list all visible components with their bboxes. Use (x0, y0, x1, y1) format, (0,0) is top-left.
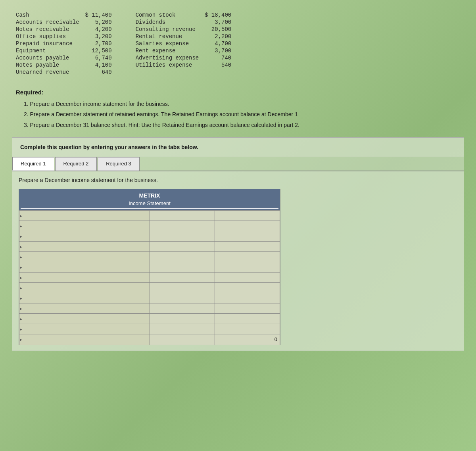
row12-col2-input[interactable] (152, 326, 212, 332)
row8-col3-input[interactable] (217, 285, 277, 291)
table-cell-label[interactable] (19, 273, 150, 283)
table-cell-col3[interactable] (215, 324, 280, 334)
table-cell-col2[interactable] (150, 324, 215, 334)
table-cell-col2[interactable] (150, 314, 215, 324)
table-cell-col3[interactable] (215, 293, 280, 303)
row11-label-input[interactable] (22, 316, 147, 322)
pi-value: 2,700 (84, 40, 112, 47)
row1-label-input[interactable] (22, 213, 147, 219)
table-cell-label[interactable] (19, 303, 150, 314)
table-cell-col3[interactable] (215, 242, 280, 252)
table-cell-col3[interactable] (215, 262, 280, 273)
cash-value: $ 11,400 (84, 12, 112, 18)
data-row: Common stock $ 18,400 (136, 12, 232, 18)
data-row: Office supplies 3,200 (16, 33, 112, 40)
right-data-column: Common stock $ 18,400 Dividends 3,700 Co… (136, 12, 232, 75)
row6-col2-input[interactable] (152, 265, 212, 271)
table-cell-label[interactable] (19, 293, 150, 303)
row1-col3-input[interactable] (217, 213, 277, 219)
table-cell-col2[interactable] (150, 273, 215, 283)
row1-col2-input[interactable] (152, 213, 212, 219)
table-cell-label[interactable] (19, 262, 150, 273)
table-row (19, 252, 280, 262)
row13-col2-input[interactable] (152, 337, 212, 343)
row11-col3-input[interactable] (217, 316, 277, 322)
row4-col3-input[interactable] (217, 244, 277, 250)
tab-required1[interactable]: Required 1 (12, 157, 54, 171)
table-cell-label[interactable] (19, 242, 150, 252)
table-cell-col3[interactable] (215, 273, 280, 283)
row10-label-input[interactable] (22, 306, 147, 312)
row7-label-input[interactable] (22, 275, 147, 281)
table-cell-col3[interactable] (215, 252, 280, 262)
cs-value: $ 18,400 (203, 12, 231, 18)
row11-col2-input[interactable] (152, 316, 212, 322)
row5-col2-input[interactable] (152, 254, 212, 260)
table-cell-col3[interactable] (215, 231, 280, 242)
company-name: METRIX (21, 192, 278, 199)
ur-value: 640 (84, 69, 112, 75)
table-cell-col2[interactable] (150, 221, 215, 231)
table-cell-label[interactable] (19, 231, 150, 242)
data-row: Dividends 3,700 (136, 19, 232, 25)
row3-label-input[interactable] (22, 234, 147, 240)
row9-col3-input[interactable] (217, 296, 277, 301)
row8-label-input[interactable] (22, 285, 147, 291)
table-cell-col2[interactable] (150, 303, 215, 314)
table-cell-label[interactable] (19, 334, 150, 345)
row12-label-input[interactable] (22, 326, 147, 332)
table-cell-col2[interactable] (150, 283, 215, 293)
table-cell-col2[interactable] (150, 293, 215, 303)
table-cell-col2[interactable] (150, 231, 215, 242)
row10-col2-input[interactable] (152, 306, 212, 312)
row6-label-input[interactable] (22, 265, 147, 271)
row3-col3-input[interactable] (217, 234, 277, 240)
table-cell-col3[interactable] (215, 283, 280, 293)
income-statement-table: METRIX Income Statement (19, 189, 280, 345)
row2-label-input[interactable] (22, 223, 147, 229)
table-cell-label[interactable] (19, 283, 150, 293)
row4-label-input[interactable] (22, 244, 147, 250)
row10-col3-input[interactable] (217, 306, 277, 312)
ar-label: Accounts receivable (16, 19, 79, 25)
row7-col2-input[interactable] (152, 275, 212, 281)
table-cell-label[interactable] (19, 211, 150, 221)
table-cell-col3[interactable] (215, 314, 280, 324)
tab-required3[interactable]: Required 3 (98, 157, 140, 171)
row9-label-input[interactable] (22, 296, 147, 301)
table-cell-col2[interactable] (150, 242, 215, 252)
tabs-row: Required 1 Required 2 Required 3 (12, 157, 464, 171)
rr-label: Rental revenue (136, 33, 182, 40)
tab-required2[interactable]: Required 2 (55, 157, 97, 171)
row7-col3-input[interactable] (217, 275, 277, 281)
table-row (19, 211, 280, 221)
table-cell-label[interactable] (19, 252, 150, 262)
table-cell-label[interactable] (19, 221, 150, 231)
table-row (19, 231, 280, 242)
data-row: Utilities expense 540 (136, 62, 232, 68)
table-row (19, 283, 280, 293)
os-value: 3,200 (84, 33, 112, 40)
table-cell-col2[interactable] (150, 334, 215, 345)
row6-col3-input[interactable] (217, 265, 277, 271)
table-cell-col2[interactable] (150, 262, 215, 273)
div-label: Dividends (136, 19, 166, 25)
row4-col2-input[interactable] (152, 244, 212, 250)
table-row (19, 262, 280, 273)
table-cell-col3[interactable] (215, 303, 280, 314)
row12-col3-input[interactable] (217, 326, 277, 332)
row2-col3-input[interactable] (217, 223, 277, 229)
row5-col3-input[interactable] (217, 254, 277, 260)
row3-col2-input[interactable] (152, 234, 212, 240)
table-cell-col3[interactable] (215, 211, 280, 221)
table-cell-col2[interactable] (150, 211, 215, 221)
row8-col2-input[interactable] (152, 285, 212, 291)
row2-col2-input[interactable] (152, 223, 212, 229)
table-cell-label[interactable] (19, 324, 150, 334)
table-cell-col2[interactable] (150, 252, 215, 262)
table-cell-label[interactable] (19, 314, 150, 324)
row9-col2-input[interactable] (152, 296, 212, 301)
row5-label-input[interactable] (22, 254, 147, 260)
row13-label-input[interactable] (22, 337, 147, 343)
table-cell-col3[interactable] (215, 221, 280, 231)
